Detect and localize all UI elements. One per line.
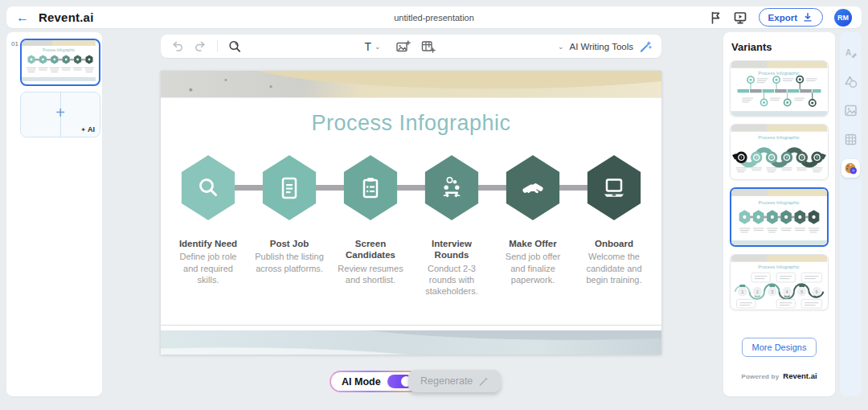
variant-thumbnail-wave[interactable]: Process Infographic 12 34	[730, 124, 829, 180]
step-post-job: Post Job Publish the listing across plat…	[249, 155, 330, 297]
toolbar-divider	[217, 40, 218, 52]
hexagon-shape[interactable]	[423, 155, 481, 220]
variants-panel: Variants Process Infographic	[723, 32, 835, 396]
slide-title[interactable]: Process Infographic	[161, 111, 661, 136]
regenerate-button[interactable]: Regenerate	[408, 370, 501, 392]
avatar[interactable]: RM	[834, 9, 852, 27]
canvas-toolbar: T ⌄ ⌄ AI Writing Tools	[161, 35, 661, 58]
plus-icon: +	[21, 104, 100, 122]
svg-text:A: A	[845, 48, 851, 57]
ai-label: AI	[88, 125, 95, 133]
step-identify-need: Identify Need Define job role and requir…	[168, 155, 249, 297]
present-icon[interactable]	[733, 10, 747, 25]
ai-writing-tools[interactable]: ⌄ AI Writing Tools	[558, 40, 652, 53]
brand-name: Revent.ai	[783, 371, 817, 380]
slide-divider-line	[161, 325, 661, 326]
step-description[interactable]: Send job offer and finalize paperwork.	[497, 251, 568, 285]
step-title[interactable]: Post Job	[253, 238, 326, 249]
step-title[interactable]: Interview Rounds	[416, 238, 488, 261]
ai-mode-label: AI Mode	[342, 376, 381, 387]
step-description[interactable]: Publish the listing across platforms.	[254, 251, 325, 274]
slides-panel: 01 Process Infographic	[6, 32, 102, 396]
ai-mode-control[interactable]: AI Mode	[330, 371, 420, 392]
export-button[interactable]: Export	[759, 8, 823, 27]
svg-text:5: 5	[801, 155, 803, 159]
step-description[interactable]: Welcome the candidate and begin training…	[579, 251, 649, 285]
variants-title: Variants	[731, 41, 835, 53]
add-image-icon[interactable]	[395, 39, 411, 54]
magic-wand-icon	[478, 376, 489, 387]
svg-text:2: 2	[756, 290, 759, 294]
slide-bottom-decoration	[161, 330, 661, 355]
hexagon-shape[interactable]	[260, 155, 318, 220]
laptop-icon	[600, 174, 628, 202]
image-icon[interactable]	[841, 101, 860, 120]
add-slide-ai-option[interactable]: ✦AI	[80, 125, 95, 133]
redo-icon[interactable]	[194, 39, 207, 53]
svg-text:4: 4	[786, 290, 788, 294]
variant-title: Process Infographic	[758, 264, 799, 269]
add-table-icon[interactable]	[420, 39, 436, 54]
svg-text:3: 3	[771, 155, 772, 159]
hexagon-shape[interactable]	[179, 155, 237, 220]
process-steps: Identify Need Define job role and requir…	[161, 155, 661, 297]
svg-text:1: 1	[740, 155, 742, 159]
step-make-offer: Make Offer Send job offer and finalize p…	[493, 155, 574, 297]
slide-number: 01	[11, 40, 18, 47]
powered-by-label: Powered by	[741, 373, 779, 380]
shapes-icon[interactable]	[841, 72, 860, 91]
step-description[interactable]: Review resumes and shortlist.	[335, 263, 406, 286]
search-icon	[194, 174, 222, 202]
variant-title: Process Infographic	[758, 200, 799, 205]
powered-by: Powered byRevent.ai	[723, 367, 835, 382]
hexagon-shape[interactable]	[504, 155, 562, 220]
step-screen-candidates: Screen Candidates Review resumes and sho…	[330, 155, 411, 297]
sparkle-icon: ✦	[80, 126, 86, 133]
svg-text:6: 6	[817, 155, 818, 159]
svg-text:5: 5	[800, 290, 803, 294]
text-tool-label: T	[364, 40, 371, 53]
svg-text:6: 6	[816, 290, 818, 294]
document-icon	[276, 174, 303, 202]
step-title[interactable]: Identify Need	[172, 238, 244, 249]
slide-top-decoration	[161, 71, 661, 98]
svg-text:2: 2	[755, 155, 757, 159]
zoom-icon[interactable]	[227, 39, 242, 54]
variant-thumbnail-timeline[interactable]: Process Infographic	[730, 60, 829, 117]
mini-slide-title: Process Infographic	[43, 48, 76, 52]
right-tool-rail: A	[840, 32, 862, 396]
variant-thumbnail-snake[interactable]: Process Infographic 12 34 56	[730, 254, 829, 310]
ai-writing-tools-label: AI Writing Tools	[570, 42, 633, 51]
step-onboard: Onboard Welcome the candidate and begin …	[574, 155, 655, 297]
hexagon-shape[interactable]	[585, 155, 643, 220]
font-style-icon[interactable]: A	[841, 43, 860, 62]
theme-palette-icon[interactable]	[841, 159, 860, 178]
handshake-icon	[519, 174, 547, 202]
export-label: Export	[768, 13, 797, 23]
variant-title: Process Infographic	[758, 71, 799, 76]
svg-text:3: 3	[771, 290, 773, 294]
flag-icon[interactable]	[708, 10, 722, 25]
interview-icon	[438, 174, 465, 202]
svg-text:1: 1	[741, 290, 743, 294]
magic-wand-icon	[639, 40, 652, 53]
step-description[interactable]: Define job role and required skills.	[173, 251, 244, 285]
step-title[interactable]: Screen Candidates	[334, 238, 407, 261]
clipboard-icon	[357, 174, 384, 202]
step-title[interactable]: Make Offer	[497, 238, 569, 249]
add-slide-button[interactable]: + ✦AI	[20, 92, 100, 137]
hexagon-shape[interactable]	[342, 155, 399, 220]
slide-canvas[interactable]: Process Infographic Identify Need Define…	[161, 71, 661, 355]
step-title[interactable]: Onboard	[578, 238, 650, 249]
undo-icon[interactable]	[170, 39, 184, 53]
slide-thumbnail-1[interactable]: Process Infographic	[20, 39, 100, 86]
variant-title: Process Infographic	[758, 135, 799, 140]
table-icon[interactable]	[841, 130, 860, 149]
step-description[interactable]: Conduct 2-3 rounds with stakeholders.	[416, 263, 487, 297]
top-bar: ← Revent.ai untitled-presentation Export…	[6, 6, 862, 28]
regenerate-label: Regenerate	[420, 375, 473, 387]
variant-thumbnail-hexagons[interactable]: Process Infographic	[730, 187, 829, 247]
text-tool[interactable]: T ⌄	[364, 40, 380, 53]
download-icon	[802, 11, 813, 23]
more-designs-button[interactable]: More Designs	[742, 338, 817, 357]
